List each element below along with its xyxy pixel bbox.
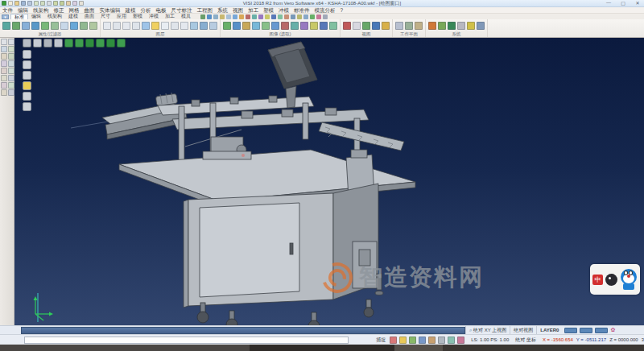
toolbar-dropdown-icon[interactable]: ▾ [2, 14, 9, 19]
array-icon[interactable] [291, 14, 295, 19]
copy-tool-icon[interactable] [8, 46, 14, 52]
refresh-icon[interactable] [320, 22, 328, 30]
view-orient-right-icon[interactable] [85, 39, 94, 47]
view-rotate-icon[interactable] [372, 22, 380, 30]
database-icon[interactable] [448, 22, 456, 30]
layer-current-icon[interactable] [142, 22, 150, 30]
menu-item[interactable]: 标准件 [291, 7, 312, 14]
entity-filter-icon[interactable] [31, 22, 39, 30]
unmask-icon[interactable] [89, 22, 97, 30]
menu-item[interactable]: 工程图 [195, 7, 216, 14]
mask-icon[interactable] [80, 22, 88, 30]
coordinate-mode[interactable]: 绝对 坐标 [515, 337, 536, 344]
menu-item[interactable]: 修正 [52, 7, 67, 14]
redo-icon[interactable] [60, 1, 64, 6]
layer-highlight-icon[interactable] [151, 22, 159, 30]
save-icon[interactable] [21, 1, 26, 6]
settings-icon[interactable] [428, 22, 436, 30]
mirror-icon[interactable] [265, 14, 270, 19]
view-orient-front-icon[interactable] [75, 39, 84, 47]
current-layer-indicator[interactable]: LAYER0 [536, 326, 562, 334]
select-tool-icon[interactable] [1, 39, 7, 45]
wireframe-mode-icon[interactable] [33, 39, 42, 47]
undo-icon[interactable] [53, 1, 58, 6]
shade-icon[interactable] [223, 22, 231, 30]
menu-item[interactable]: 加工 [246, 7, 261, 14]
layer-thaw-icon[interactable] [171, 22, 179, 30]
snap-quad-icon[interactable] [428, 337, 436, 344]
layer-on-icon[interactable] [122, 22, 130, 30]
menu-item[interactable]: 编辑 [15, 7, 31, 14]
view-orient-back-icon[interactable] [106, 39, 115, 47]
surface-icon[interactable] [207, 14, 212, 19]
trim-icon[interactable] [246, 14, 250, 19]
view-front-icon[interactable] [353, 22, 361, 30]
snap-perp-icon[interactable] [457, 337, 464, 344]
layer-off-icon[interactable] [132, 22, 140, 30]
active-filter-icon[interactable] [23, 81, 31, 90]
open-file-icon[interactable] [14, 1, 19, 6]
fillet-icon[interactable] [252, 14, 257, 19]
layer-filter-icon[interactable] [22, 22, 30, 30]
visi-app-icon[interactable] [2, 1, 6, 6]
layer-merge-icon[interactable] [209, 22, 217, 30]
view-mode-indicator[interactable]: 绝对视图 [510, 326, 536, 334]
flower-icon[interactable]: ✿ [610, 327, 615, 333]
workplane-reset-icon[interactable] [415, 22, 423, 30]
view-orient-top-icon[interactable] [64, 39, 73, 47]
sketch-icon[interactable] [220, 14, 225, 19]
ghost-mode-icon[interactable] [54, 39, 63, 47]
plot-icon[interactable] [66, 1, 71, 6]
layer-color-button[interactable] [595, 328, 608, 333]
snap-center-icon[interactable] [409, 337, 416, 344]
calculator-icon[interactable] [438, 22, 446, 30]
solid-icon[interactable] [213, 14, 218, 19]
menu-item[interactable]: 线架构 [31, 7, 52, 14]
break-tool-icon[interactable] [8, 75, 14, 81]
new-file-icon[interactable] [8, 1, 13, 6]
save-all-icon[interactable] [27, 1, 32, 6]
measure-view-icon[interactable] [23, 71, 31, 80]
zoom-in-icon[interactable] [281, 22, 289, 30]
close-button[interactable]: ✕ [633, 0, 642, 6]
transparent-icon[interactable] [252, 22, 260, 30]
move-icon[interactable] [284, 14, 289, 19]
view-orient-iso-icon[interactable] [117, 39, 126, 47]
menu-item[interactable]: 建模 [123, 7, 138, 14]
layer-isolate-icon[interactable] [180, 22, 188, 30]
select-box-icon[interactable] [60, 22, 68, 30]
menu-item[interactable]: 系统 [215, 7, 230, 14]
erase-tool-icon[interactable] [8, 39, 14, 45]
plugin-icon[interactable] [477, 22, 485, 30]
menu-item[interactable]: 电极 [154, 7, 169, 14]
move-tool-icon[interactable] [1, 46, 7, 52]
scale-tool-icon[interactable] [8, 82, 14, 89]
workplane-new-icon[interactable] [395, 22, 403, 30]
color-filter-icon[interactable] [2, 22, 10, 30]
rotate-tool-icon[interactable] [1, 53, 7, 60]
menu-item[interactable]: 尺寸标注 [169, 7, 195, 14]
view-orient-left-icon[interactable] [96, 39, 105, 47]
menu-item[interactable]: 分析 [138, 7, 154, 14]
measure-icon[interactable] [297, 14, 302, 19]
note-view-icon[interactable] [23, 92, 31, 101]
menu-item[interactable]: 模流分析 [312, 7, 338, 14]
layer-color-button[interactable] [580, 328, 592, 333]
import-icon[interactable] [34, 1, 39, 6]
view-top-icon[interactable] [343, 22, 351, 30]
layer-list-icon[interactable] [113, 22, 121, 30]
select-all-icon[interactable] [51, 22, 59, 30]
trim-tool-icon[interactable] [1, 60, 7, 67]
menu-item[interactable]: 网格 [67, 7, 82, 14]
print-icon[interactable] [47, 1, 52, 6]
layer-color-button[interactable] [564, 328, 577, 333]
menu-item[interactable]: 冲模 [276, 7, 291, 14]
layers-icon[interactable] [303, 14, 308, 19]
rotate-icon[interactable] [271, 14, 276, 19]
menu-item[interactable]: ? [338, 7, 346, 14]
fillet-tool-icon[interactable] [8, 68, 14, 74]
explode-icon[interactable] [323, 14, 328, 19]
render-icon[interactable] [310, 14, 315, 19]
layer-freeze-icon[interactable] [161, 22, 169, 30]
command-input-bar[interactable] [21, 327, 465, 334]
